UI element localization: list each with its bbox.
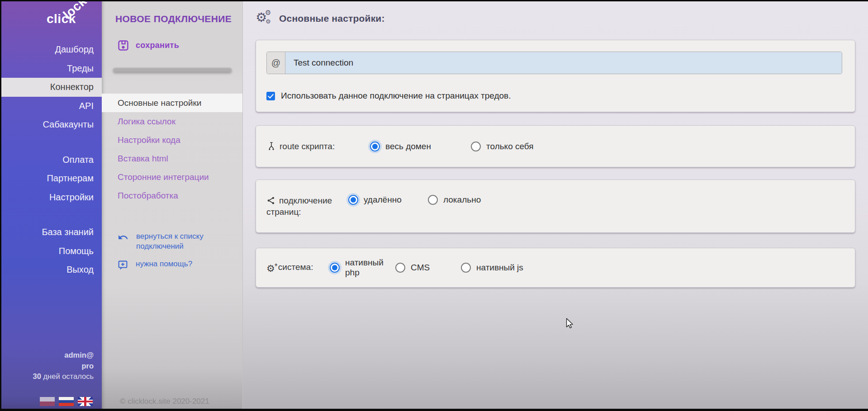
app-window: click lock ДашбордТредыКоннекторAPIСабак…	[0, 0, 868, 411]
settings-card: route скрипта:весь доментолько себя	[256, 125, 855, 167]
letterbox-left	[0, 0, 1, 411]
settings-card: ⚙+система:нативный phpCMSнативный js	[256, 248, 855, 288]
sidebar-item-dashboard[interactable]: Дашборд	[1, 40, 102, 59]
main-content: ⚙⚙⚙ Основные настройки: @ Test connectio…	[243, 1, 868, 409]
radio-option[interactable]: нативный js	[461, 263, 526, 273]
radio-option[interactable]: весь домен	[370, 142, 471, 151]
settings-row: route скрипта:весь доментолько себя	[256, 126, 855, 167]
language-switcher	[40, 397, 93, 406]
menu-item-code-settings[interactable]: Настройки кода	[102, 131, 242, 149]
account-email: admin@	[1, 350, 94, 361]
at-prefix: @	[267, 52, 285, 74]
group-label-text: route скрипта:	[280, 142, 335, 151]
radio-option[interactable]: нативный php	[330, 258, 395, 278]
radio-icon[interactable]	[330, 263, 340, 273]
sidebar-item-settings[interactable]: Настройки	[1, 188, 102, 207]
radio-icon[interactable]	[395, 263, 405, 273]
russia-flag-icon[interactable]	[59, 397, 74, 406]
account-info: admin@ pro 30 дней осталось	[1, 350, 102, 382]
group-label: route скрипта:	[266, 141, 370, 152]
connection-panel: НОВОЕ ПОДКЛЮЧЕНИЕ сохранить Основные нас…	[102, 1, 243, 409]
share-icon	[266, 196, 276, 205]
menu-item-third-party[interactable]: Сторонние интеграции	[102, 168, 242, 186]
poland-flag-icon[interactable]	[40, 397, 55, 406]
gear-plus-icon: ⚙+	[266, 263, 275, 274]
menu-item-main-settings[interactable]: Основные настройки	[102, 94, 242, 112]
section-header: ⚙⚙⚙ Основные настройки:	[256, 10, 385, 27]
sidebar-item-api[interactable]: API	[1, 97, 102, 116]
sidebar: click lock ДашбордТредыКоннекторAPIСабак…	[1, 1, 102, 409]
menu-item-html-insert[interactable]: Вставка html	[102, 149, 242, 168]
connection-name-value[interactable]: Test connection	[285, 52, 842, 74]
radio-label: нативный js	[476, 263, 523, 273]
gears-icon: ⚙⚙⚙	[256, 10, 272, 27]
undo-icon	[117, 232, 129, 243]
sidebar-item-payment[interactable]: Оплата	[1, 151, 102, 170]
checkbox-icon[interactable]	[266, 92, 275, 100]
account-days-remaining: 30 дней осталось	[1, 371, 94, 382]
settings-row: подключение страниц:удалённолокально	[256, 180, 855, 232]
radio-icon[interactable]	[348, 195, 358, 205]
radio-label: CMS	[411, 263, 430, 273]
connection-name-card: @ Test connection Использовать данное по…	[256, 40, 855, 112]
menu-item-postprocessing[interactable]: Постобработка	[102, 186, 242, 205]
uk-flag-icon[interactable]	[78, 397, 93, 406]
settings-card: подключение страниц:удалённолокально	[256, 180, 855, 233]
app-logo: click lock	[1, 1, 102, 38]
radio-option[interactable]: CMS	[395, 263, 461, 273]
sidebar-nav: ДашбордТредыКоннекторAPIСабакаунтыОплата…	[1, 40, 102, 279]
radio-option[interactable]: локально	[428, 195, 508, 205]
sidebar-item-subaccounts[interactable]: Сабакаунты	[1, 115, 102, 134]
sidebar-item-logout[interactable]: Выход	[1, 260, 102, 279]
group-label: подключение страниц:	[266, 195, 348, 217]
sidebar-item-connector[interactable]: Коннектор	[1, 78, 102, 97]
back-to-list-label: вернуться к списку подключений	[136, 231, 212, 251]
group-label: ⚙+система:	[266, 261, 330, 274]
menu-item-link-logic[interactable]: Логика ссылок	[102, 112, 242, 131]
sidebar-item-threads[interactable]: Треды	[1, 59, 102, 78]
settings-row: ⚙+система:нативный phpCMSнативный js	[256, 248, 855, 287]
floppy-disk-icon	[117, 39, 129, 52]
sidebar-item-partners[interactable]: Партнерам	[1, 169, 102, 188]
need-help-link[interactable]: нужна помощь?	[117, 259, 230, 271]
use-on-threads-checkbox[interactable]: Использовать данное подключение на стран…	[266, 91, 511, 101]
radio-icon[interactable]	[471, 142, 481, 151]
route-icon	[266, 141, 276, 151]
radio-label: удалённо	[364, 195, 402, 205]
letterbox-top	[0, 0, 868, 1]
radio-icon[interactable]	[461, 263, 471, 273]
divider	[113, 68, 232, 72]
checkbox-label: Использовать данное подключение на стран…	[281, 91, 511, 101]
sidebar-item-help[interactable]: Помощь	[1, 242, 102, 261]
save-button[interactable]: сохранить	[117, 39, 179, 52]
radio-icon[interactable]	[370, 142, 380, 151]
save-button-label: сохранить	[136, 41, 179, 50]
radio-label: весь домен	[385, 142, 431, 151]
panel-title: НОВОЕ ПОДКЛЮЧЕНИЕ	[115, 14, 232, 24]
account-plan: pro	[1, 361, 94, 372]
panel-links: вернуться к списку подключений нужна пом…	[117, 231, 230, 279]
group-label-text: система:	[278, 262, 313, 272]
group-label-text: подключение страниц:	[266, 196, 332, 217]
connection-settings-menu: Основные настройкиЛогика ссылокНастройки…	[102, 94, 242, 205]
letterbox-bottom	[0, 409, 868, 411]
radio-option[interactable]: удалённо	[348, 195, 428, 205]
radio-label: локально	[443, 195, 481, 205]
copyright: © clicklock.site 2020-2021	[120, 397, 209, 406]
radio-label: нативный php	[345, 258, 395, 278]
connection-name-field[interactable]: @ Test connection	[266, 52, 842, 74]
radio-option[interactable]: только себя	[471, 142, 572, 151]
need-help-label: нужна помощь?	[136, 259, 212, 269]
radio-label: только себя	[486, 142, 534, 151]
sidebar-item-knowledge-base[interactable]: База знаний	[1, 223, 102, 242]
help-bubble-icon	[117, 260, 128, 271]
radio-icon[interactable]	[428, 195, 438, 205]
back-to-list-link[interactable]: вернуться к списку подключений	[117, 231, 230, 251]
section-heading: Основные настройки:	[279, 13, 385, 24]
